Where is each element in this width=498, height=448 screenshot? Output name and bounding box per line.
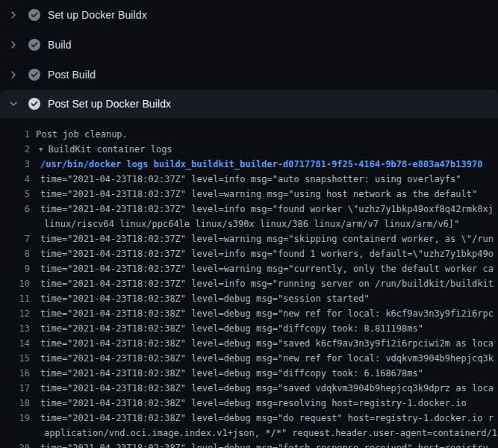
log-line-number[interactable]: 10 — [0, 276, 30, 291]
log-line-text: Post job cleanup. — [36, 127, 128, 142]
log-line-number[interactable]: 9 — [0, 261, 30, 276]
log-line-text: time="2021-04-23T18:02:38Z" level=debug … — [40, 321, 423, 336]
step-label: Post Build — [48, 69, 96, 81]
chevron-right-icon — [7, 69, 19, 81]
log-line-number[interactable]: 16 — [0, 366, 30, 381]
log-line: 16 time="2021-04-23T18:02:38Z" level=deb… — [0, 366, 498, 381]
log-line: 17 time="2021-04-23T18:02:38Z" level=deb… — [0, 381, 498, 396]
steps-list: Set up Docker Buildx Build Post Build — [0, 0, 498, 118]
log-line: 10 time="2021-04-23T18:02:37Z" level=inf… — [0, 276, 498, 291]
log-line: 14 time="2021-04-23T18:02:38Z" level=deb… — [0, 336, 498, 351]
step-build[interactable]: Build — [0, 30, 498, 60]
chevron-icon — [7, 39, 19, 51]
log-line-number[interactable]: 13 — [0, 321, 30, 336]
log-line-number[interactable]: 14 — [0, 336, 30, 351]
log-line: 20 time="2021-04-23T18:02:38Z" level=deb… — [0, 441, 498, 448]
log-line: 1 Post job cleanup. — [0, 127, 498, 142]
log-line-number[interactable]: 1 — [0, 127, 30, 142]
log-line-text: time="2021-04-23T18:02:38Z" level=debug … — [40, 381, 494, 396]
log-group-toggle-icon[interactable]: ▼ — [39, 142, 43, 157]
log-line-text: time="2021-04-23T18:02:38Z" level=debug … — [40, 291, 370, 306]
log-line-text: time="2021-04-23T18:02:38Z" level=debug … — [40, 306, 494, 321]
log-line-text: time="2021-04-23T18:02:38Z" level=debug … — [40, 351, 494, 366]
log-line: 18 time="2021-04-23T18:02:38Z" level=deb… — [0, 396, 498, 411]
log-line: linux/riscv64 linux/ppc64le linux/s390x … — [0, 217, 498, 231]
chevron-icon — [7, 98, 19, 110]
log-line-text: time="2021-04-23T18:02:38Z" level=debug … — [40, 441, 494, 448]
log-line-number[interactable]: 2 — [0, 142, 30, 157]
log-line-number[interactable] — [0, 426, 30, 441]
log-line-number[interactable]: 6 — [0, 202, 30, 217]
log-line: application/vnd.oci.image.index.v1+json,… — [0, 426, 498, 441]
log-line-text: linux/riscv64 linux/ppc64le linux/s390x … — [44, 217, 459, 231]
chevron-icon — [7, 9, 19, 21]
step-label: Post Set up Docker Buildx — [48, 98, 171, 110]
log-line-number[interactable]: 11 — [0, 291, 30, 306]
log-panel: 1 Post job cleanup. 2 ▼BuildKit containe… — [0, 118, 498, 448]
check-circle-icon — [28, 98, 40, 110]
log-line-text: time="2021-04-23T18:02:37Z" level=info m… — [40, 202, 494, 217]
log-line-text: application/vnd.oci.image.index.v1+json,… — [44, 426, 498, 441]
log-line-number[interactable] — [0, 217, 30, 231]
chevron-right-icon — [7, 9, 19, 21]
log-line-number[interactable]: 12 — [0, 306, 30, 321]
log-line: 2 ▼BuildKit container logs — [0, 142, 498, 157]
chevron-right-icon — [7, 39, 19, 51]
log-line-number[interactable]: 4 — [0, 172, 30, 187]
log-line-text: time="2021-04-23T18:02:38Z" level=debug … — [40, 366, 423, 381]
log-line-number[interactable]: 20 — [0, 441, 30, 448]
log-line-number[interactable]: 19 — [0, 411, 30, 426]
log-line-text: /usr/bin/docker logs buildx_buildkit_bui… — [40, 157, 482, 172]
log-line-text: time="2021-04-23T18:02:37Z" level=info m… — [40, 276, 494, 291]
log-line-number[interactable]: 17 — [0, 381, 30, 396]
log-line-text: time="2021-04-23T18:02:37Z" level=warnin… — [40, 261, 494, 276]
log-line: 9 time="2021-04-23T18:02:37Z" level=warn… — [0, 261, 498, 276]
log-group-label[interactable]: BuildKit container logs — [48, 144, 172, 155]
log-line-text: time="2021-04-23T18:02:38Z" level=debug … — [40, 411, 494, 426]
log-line: 15 time="2021-04-23T18:02:38Z" level=deb… — [0, 351, 498, 366]
log-line-number[interactable]: 18 — [0, 396, 30, 411]
chevron-icon — [7, 69, 19, 81]
log-line: 19 time="2021-04-23T18:02:38Z" level=deb… — [0, 411, 498, 426]
step-label: Build — [48, 39, 72, 51]
log-line: 5 time="2021-04-23T18:02:37Z" level=warn… — [0, 187, 498, 202]
log-line: 7 time="2021-04-23T18:02:37Z" level=warn… — [0, 231, 498, 246]
log-line-number[interactable]: 3 — [0, 157, 30, 172]
chevron-down-icon — [7, 98, 19, 110]
log-line: 11 time="2021-04-23T18:02:38Z" level=deb… — [0, 291, 498, 306]
log-line-number[interactable]: 7 — [0, 231, 30, 246]
log-line: 8 time="2021-04-23T18:02:37Z" level=info… — [0, 246, 498, 261]
step-set-up-docker-buildx[interactable]: Set up Docker Buildx — [0, 0, 498, 30]
log-line: 6 time="2021-04-23T18:02:37Z" level=info… — [0, 202, 498, 217]
log-line-text: time="2021-04-23T18:02:38Z" level=debug … — [40, 336, 494, 351]
log-line-number[interactable]: 15 — [0, 351, 30, 366]
log-line-number[interactable]: 5 — [0, 187, 30, 202]
check-circle-icon — [28, 69, 40, 81]
check-circle-icon — [28, 39, 40, 51]
log-line: 12 time="2021-04-23T18:02:38Z" level=deb… — [0, 306, 498, 321]
log-line-text: time="2021-04-23T18:02:37Z" level=info m… — [40, 246, 494, 261]
log-line-text: ▼BuildKit container logs — [39, 142, 172, 157]
log-line-text: time="2021-04-23T18:02:38Z" level=debug … — [40, 396, 467, 411]
step-label: Set up Docker Buildx — [48, 9, 147, 21]
log-line: 4 time="2021-04-23T18:02:37Z" level=info… — [0, 172, 498, 187]
log-line: 3 /usr/bin/docker logs buildx_buildkit_b… — [0, 157, 498, 172]
check-circle-icon — [28, 9, 40, 21]
log-line-number[interactable]: 8 — [0, 246, 30, 261]
log-line-text: time="2021-04-23T18:02:37Z" level=info m… — [40, 172, 461, 187]
step-post-build[interactable]: Post Build — [0, 60, 498, 90]
log-line-text: time="2021-04-23T18:02:37Z" level=warnin… — [40, 187, 477, 202]
log-line: 13 time="2021-04-23T18:02:38Z" level=deb… — [0, 321, 498, 336]
log-line-text: time="2021-04-23T18:02:37Z" level=warnin… — [40, 231, 494, 246]
step-post-set-up-docker-buildx[interactable]: Post Set up Docker Buildx — [0, 90, 498, 118]
